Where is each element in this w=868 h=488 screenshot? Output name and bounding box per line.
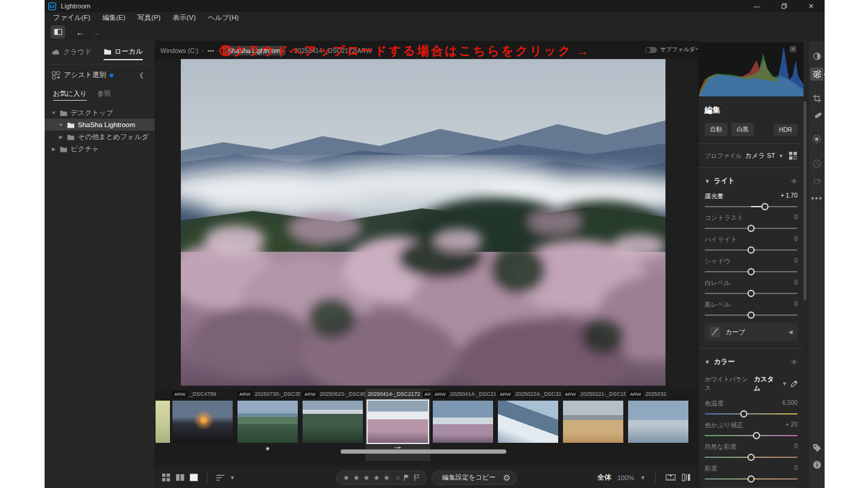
thumbnail[interactable]	[172, 401, 233, 443]
grid-view-icon[interactable]	[162, 473, 171, 482]
breadcrumb-file[interactable]: 20250414-_DSC2172.ARW	[294, 47, 372, 54]
chevron-right-icon[interactable]: ▶	[51, 146, 57, 152]
auto-button[interactable]: 自動	[705, 123, 728, 136]
sort-icon[interactable]	[216, 474, 225, 481]
filmstrip-item[interactable]: ARW2025032	[626, 389, 691, 461]
restore-button[interactable]	[770, 0, 797, 12]
slider-knob[interactable]	[740, 410, 747, 418]
tree-item-shasha-lightroom[interactable]: ▼ ShaSha Lightroom	[45, 119, 155, 131]
thumbnail[interactable]	[628, 401, 688, 443]
panel-scrollbar[interactable]	[804, 101, 807, 300]
info-icon[interactable]	[810, 458, 823, 471]
eyedropper-icon[interactable]	[790, 380, 797, 388]
slider-knob[interactable]	[761, 203, 769, 210]
tree-item-other-folder[interactable]: ▶ その他まとめフォルダ	[45, 131, 155, 143]
slider-knob[interactable]	[747, 268, 755, 275]
breadcrumb-ellipsis[interactable]: •••	[207, 47, 214, 54]
slider-knob[interactable]	[747, 311, 755, 319]
histogram-close-icon[interactable]: ✕	[790, 46, 796, 52]
thumbnail[interactable]	[498, 401, 558, 443]
presets-icon[interactable]	[810, 49, 823, 63]
thumbnail[interactable]	[237, 401, 298, 443]
healing-tool-icon[interactable]	[810, 108, 823, 122]
detail-view-icon[interactable]	[189, 473, 198, 482]
star-icon[interactable]: ★	[363, 474, 370, 482]
zoom-value[interactable]: 100%	[617, 474, 634, 481]
tree-item-desktop[interactable]: ▼ デスクトップ	[45, 107, 155, 119]
masking-tool-icon[interactable]	[810, 133, 823, 146]
filmstrip-clipped-thumb[interactable]	[156, 401, 170, 443]
color-label-icon[interactable]: ○	[396, 474, 400, 481]
filmstrip-item[interactable]: ARW_DSC4799	[170, 389, 235, 461]
thumbnail[interactable]	[563, 401, 623, 443]
tab-favorites[interactable]: お気に入り	[53, 89, 87, 101]
filmstrip-item[interactable]: ARW20250730-_DSC3543 ★	[235, 389, 300, 461]
slider-knob[interactable]	[753, 432, 760, 439]
slider-knob[interactable]	[747, 225, 755, 232]
assist-culling-row[interactable]: アシスト選別 ❮	[45, 64, 155, 84]
tree-item-pictures[interactable]: ▶ ピクチャ	[45, 143, 155, 155]
reject-flag-icon[interactable]	[414, 474, 420, 481]
tab-browse[interactable]: 参照	[98, 89, 111, 101]
chevron-down-icon[interactable]: ▼	[230, 475, 235, 481]
bw-button[interactable]: 白黒	[731, 123, 754, 136]
profile-browser-icon[interactable]	[788, 151, 797, 160]
chevron-down-icon[interactable]: ▼	[58, 122, 64, 128]
zoom-mode-label[interactable]: 全体	[597, 473, 611, 482]
slider-knob[interactable]	[747, 290, 755, 297]
menu-help[interactable]: ヘルプ(H)	[202, 13, 245, 22]
chevron-down-icon[interactable]: ▼	[640, 475, 646, 481]
slider-knob[interactable]	[747, 454, 755, 461]
slider-knob[interactable]	[747, 475, 755, 483]
collapse-sidebar-icon[interactable]: ❮	[139, 72, 144, 78]
chevron-down-icon[interactable]: ▼	[51, 110, 57, 116]
versions-icon[interactable]	[810, 157, 823, 170]
expand-left-icon[interactable]: ◀	[788, 329, 793, 335]
star-icon[interactable]: ★	[353, 474, 360, 482]
tab-local[interactable]: ローカル	[104, 47, 143, 60]
curve-row[interactable]: カーブ ◀	[705, 323, 797, 341]
close-button[interactable]: ✕	[797, 0, 825, 12]
light-section-header[interactable]: ▼ ライト 👁	[705, 177, 797, 186]
chevron-down-icon[interactable]: ▼	[778, 153, 784, 159]
star-icon[interactable]: ★	[383, 474, 390, 482]
thumbnail-selected[interactable]	[368, 401, 428, 443]
keywords-tag-icon[interactable]	[810, 441, 823, 454]
white-balance-row[interactable]: ホワイトバランス カスタム ▼	[705, 375, 797, 393]
star-icon[interactable]: ★	[373, 474, 380, 482]
edit-tool-icon[interactable]	[810, 67, 823, 81]
tab-cloud[interactable]: クラウド	[52, 47, 92, 60]
menu-edit[interactable]: 編集(E)	[96, 13, 131, 22]
color-section-header[interactable]: ▼ カラー 👁	[705, 357, 797, 366]
chevron-right-icon[interactable]: ▶	[58, 134, 64, 140]
thumbnail[interactable]	[433, 401, 493, 443]
menu-file[interactable]: ファイル(F)	[47, 13, 96, 22]
crop-tool-icon[interactable]	[810, 92, 823, 105]
back-button[interactable]: ←	[74, 25, 87, 39]
minimize-button[interactable]: —	[743, 0, 770, 12]
pick-flag-icon[interactable]	[403, 474, 410, 481]
chevron-down-icon[interactable]: ▼	[782, 381, 787, 387]
main-photo[interactable]	[181, 59, 665, 386]
menu-view[interactable]: 表示(V)	[166, 13, 201, 22]
more-tools-icon[interactable]: ●●●	[810, 192, 823, 205]
toggle-switch[interactable]	[645, 47, 657, 53]
breadcrumb-folder[interactable]: ShaSha Lightroom	[223, 46, 285, 55]
filmstrip-scrollbar[interactable]	[341, 449, 506, 454]
thumbnail[interactable]	[303, 401, 363, 443]
before-after-icon[interactable]	[682, 474, 691, 481]
copy-settings-button[interactable]: 編集設定をコピー	[438, 473, 499, 482]
profile-row[interactable]: プロファイル カメラ ST ▼	[705, 151, 797, 160]
histogram[interactable]: ✕	[699, 42, 804, 96]
visibility-eye-icon[interactable]: 👁	[791, 358, 797, 366]
filmstrip-toggle-icon[interactable]	[665, 474, 676, 481]
menu-photo[interactable]: 写真(P)	[131, 13, 166, 22]
breadcrumb-root[interactable]: Windows (C:)	[160, 47, 198, 54]
sync-icon[interactable]	[810, 175, 823, 188]
star-icon[interactable]: ★	[343, 474, 350, 482]
forward-button[interactable]: →	[89, 25, 102, 39]
slider-knob[interactable]	[747, 246, 755, 254]
filmstrip-item[interactable]: ARW20250221-_DSC1504	[561, 389, 626, 461]
panel-toggle-button[interactable]	[51, 25, 65, 39]
hdr-button[interactable]: HDR	[773, 124, 797, 136]
